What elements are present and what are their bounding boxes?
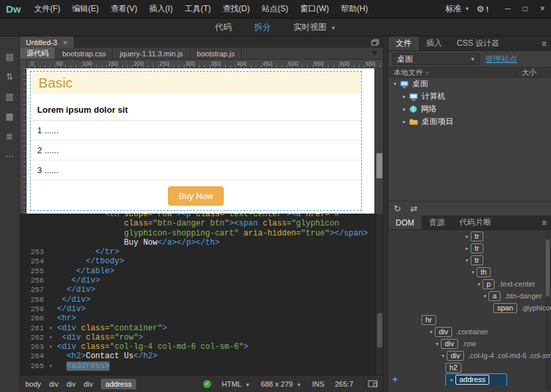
code-line[interactable]: 257 </div> bbox=[20, 285, 383, 294]
scrollbar-thumb[interactable] bbox=[376, 153, 382, 178]
selected-element-outline[interactable]: Basic Lorem ipsum dolor sit 1 ......2 ..… bbox=[30, 71, 362, 211]
menu-item[interactable]: 文件(F) bbox=[29, 0, 66, 18]
menu-item[interactable]: 查看(V) bbox=[105, 0, 143, 18]
panel-tab[interactable]: 代码片断 bbox=[452, 216, 499, 229]
dom-node[interactable]: span.glyphicon .glyphicon-shopping-cart bbox=[388, 302, 551, 314]
tag-selector[interactable]: body bbox=[25, 380, 41, 388]
manage-sites-link[interactable]: 管理站点 bbox=[485, 54, 517, 65]
expand-arrow-icon[interactable]: ▾ bbox=[481, 293, 489, 299]
fold-arrow-icon[interactable]: ▾ bbox=[49, 333, 57, 342]
menu-item[interactable]: 窗口(W) bbox=[294, 0, 335, 18]
expand-arrow-icon[interactable]: ▾ bbox=[439, 353, 447, 359]
expand-arrow-icon[interactable]: ▸ bbox=[400, 106, 408, 112]
expand-arrow-icon[interactable]: ▾ bbox=[463, 257, 471, 263]
refresh-icon[interactable]: ↻ bbox=[394, 204, 401, 214]
minimize-button[interactable]: ─ bbox=[499, 0, 516, 18]
expand-arrow-icon[interactable]: ▸ bbox=[448, 377, 455, 383]
design-canvas[interactable]: Basic Lorem ipsum dolor sit 1 ......2 ..… bbox=[27, 68, 374, 214]
dom-node[interactable]: ▾div.row bbox=[388, 338, 551, 350]
code-line[interactable]: 264 <h2>Contact Us</h2> bbox=[20, 352, 383, 361]
related-file-item[interactable]: jquery-1.11.3.min.js bbox=[113, 48, 190, 59]
cascade-windows-icon[interactable] bbox=[371, 39, 379, 46]
tag-selector[interactable]: div bbox=[84, 380, 93, 388]
scrollbar-thumb[interactable] bbox=[377, 313, 382, 348]
file-tree-item[interactable]: ▾桌面 bbox=[388, 78, 551, 90]
code-line[interactable]: 258 </div> bbox=[20, 295, 383, 304]
table-row[interactable]: 1 ...... bbox=[31, 121, 361, 141]
dom-node[interactable]: ▾div.container bbox=[388, 326, 551, 338]
code-line[interactable]: 263▾<div class="col-lg-4 col-md-6 col-sm… bbox=[20, 342, 383, 352]
table-row[interactable]: 3 ...... bbox=[31, 161, 361, 180]
menu-item[interactable]: 插入(I) bbox=[143, 0, 179, 18]
file-tree-item[interactable]: ▸桌面项目 bbox=[388, 115, 551, 128]
dom-node[interactable]: ▾tr bbox=[388, 254, 551, 266]
panel-tab[interactable]: DOM bbox=[388, 216, 422, 229]
panel-tab[interactable]: 文件 bbox=[388, 36, 419, 50]
code-line[interactable]: 255 </table> bbox=[20, 267, 383, 276]
window-size-select[interactable]: 688 x 279▼ bbox=[261, 380, 301, 388]
code-line[interactable]: 261▾<div class="container"> bbox=[20, 324, 383, 333]
device-preview-icon[interactable] bbox=[368, 380, 378, 388]
get-put-icon[interactable]: ⇄ bbox=[410, 204, 418, 214]
table-row[interactable]: 2 ...... bbox=[31, 141, 361, 161]
code-line[interactable]: 253 </tr> bbox=[20, 247, 383, 257]
panel-tab[interactable]: 插入 bbox=[419, 36, 449, 50]
expand-arrow-icon[interactable]: ▾ bbox=[469, 269, 477, 275]
dom-node[interactable]: h2 bbox=[388, 361, 551, 373]
view-tab[interactable]: 代码 bbox=[215, 22, 232, 33]
related-file-item[interactable]: bootstrap.js bbox=[191, 48, 242, 59]
fold-arrow-icon[interactable]: ▾ bbox=[49, 324, 57, 333]
code-line[interactable]: 254 </tbody> bbox=[20, 257, 383, 266]
filter-funnel-icon[interactable] bbox=[371, 50, 378, 57]
transfer-icon[interactable]: ⇅ bbox=[6, 72, 13, 82]
code-line[interactable]: <th scope="row"><p class="text-center"><… bbox=[20, 214, 383, 219]
grid-icon[interactable]: ▦ bbox=[5, 112, 13, 121]
tag-selector[interactable]: div bbox=[49, 380, 58, 388]
document-tab[interactable]: Untitled-3 × bbox=[20, 36, 74, 48]
view-tab[interactable]: 实时视图▼ bbox=[293, 22, 336, 33]
design-scrollbar[interactable] bbox=[374, 68, 383, 214]
panel-heading[interactable]: Basic bbox=[31, 72, 361, 94]
expand-arrow-icon[interactable]: ▾ bbox=[391, 81, 399, 87]
expand-arrow-icon[interactable]: ▾ bbox=[475, 281, 483, 287]
dom-node[interactable]: ▾p.text-center bbox=[388, 278, 551, 290]
column-local-files[interactable]: 本地文件↑ bbox=[388, 68, 429, 78]
dom-node[interactable]: ▾th bbox=[388, 266, 551, 278]
close-icon[interactable]: × bbox=[63, 38, 67, 46]
view-tab[interactable]: 拆分 bbox=[254, 22, 271, 33]
code-line[interactable]: Buy Now</a></p></th> bbox=[20, 238, 383, 247]
menu-item[interactable]: 工具(T) bbox=[179, 0, 216, 18]
buy-now-button[interactable]: Buy Now bbox=[168, 186, 224, 206]
workspace-switcher[interactable]: 标准 bbox=[445, 3, 461, 15]
related-file-item[interactable]: 源代码 bbox=[20, 48, 56, 59]
dom-node[interactable]: ▸tr bbox=[388, 242, 551, 254]
menu-item[interactable]: 编辑(E) bbox=[66, 0, 105, 18]
code-line[interactable]: 256 </div> bbox=[20, 276, 383, 285]
menu-item[interactable]: 查找(D) bbox=[216, 0, 256, 18]
more-icon[interactable]: ⋯ bbox=[5, 152, 14, 161]
dom-node[interactable]: ▾a.btn-danger bbox=[388, 290, 551, 302]
dom-node[interactable]: ▾div.col-lg-4 .col-md-6 .col-sm-6 bbox=[388, 350, 551, 361]
tag-selector[interactable]: address bbox=[101, 379, 136, 389]
code-line[interactable]: 262▾ <div class="row"> bbox=[20, 333, 383, 342]
code-line[interactable]: class="btn-danger btn"><span class="glyp… bbox=[20, 219, 383, 228]
column-size[interactable]: 大小 bbox=[516, 68, 536, 77]
maximize-button[interactable]: □ bbox=[516, 0, 534, 18]
panel-splitter[interactable] bbox=[383, 36, 388, 392]
panel-tab[interactable]: 资源 bbox=[422, 216, 452, 229]
code-view[interactable]: <th scope="row"><p class="text-center"><… bbox=[20, 214, 383, 375]
tag-selector[interactable]: div bbox=[66, 380, 76, 388]
expand-arrow-icon[interactable]: ▸ bbox=[463, 233, 471, 239]
selected-node-box[interactable]: ▸address bbox=[445, 373, 507, 385]
expand-arrow-icon[interactable]: ▾ bbox=[428, 329, 435, 335]
dom-node[interactable]: ▸tr bbox=[388, 230, 551, 242]
design-view[interactable]: Basic Lorem ipsum dolor sit 1 ......2 ..… bbox=[20, 68, 383, 214]
menu-item[interactable]: 站点(S) bbox=[256, 0, 294, 18]
expand-arrow-icon[interactable]: ▸ bbox=[400, 119, 408, 125]
panel-tab[interactable]: CSS 设计器 bbox=[449, 36, 507, 50]
expand-arrow-icon[interactable]: ▸ bbox=[463, 245, 471, 251]
file-tree-item[interactable]: ▸计算机 bbox=[388, 90, 551, 103]
gear-icon[interactable]: ⚙ bbox=[477, 4, 485, 14]
lead-text[interactable]: Lorem ipsum dolor sit bbox=[31, 101, 361, 121]
fold-arrow-icon[interactable]: ▾ bbox=[49, 342, 57, 352]
